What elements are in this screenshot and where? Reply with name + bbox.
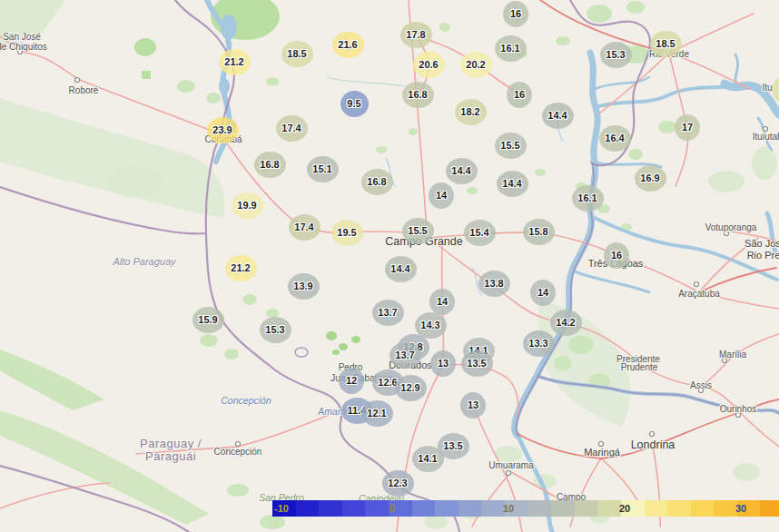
map-label: Rio Pre [747, 250, 779, 261]
map-label: Roboré [69, 85, 99, 95]
temp-marker[interactable]: 15.9 [192, 307, 224, 333]
colorbar-tick: 10 [503, 503, 514, 514]
colorbar-segment [575, 500, 598, 517]
temp-marker[interactable]: 17.4 [276, 115, 308, 142]
temp-marker[interactable]: 13.3 [523, 330, 555, 357]
temp-marker[interactable]: 16.8 [361, 169, 393, 195]
colorbar-segment [760, 500, 779, 517]
map-label: Ituiutaba [753, 132, 779, 142]
temp-marker[interactable]: 12.3 [382, 470, 414, 497]
temp-marker[interactable]: 16.1 [572, 185, 604, 212]
temp-marker[interactable]: 13.8 [478, 271, 510, 297]
map-label: Prudente [621, 362, 658, 372]
temp-marker[interactable]: 16 [604, 242, 629, 269]
colorbar-segment [481, 500, 505, 517]
temp-marker[interactable]: 18.5 [281, 41, 313, 67]
temp-marker[interactable]: 18.2 [455, 99, 487, 125]
temp-marker[interactable]: 14 [429, 182, 454, 209]
colorbar-segment [459, 500, 482, 517]
map-label: Ourinhos [720, 404, 757, 414]
temp-marker[interactable]: 23.9 [207, 117, 239, 143]
colorbar-segment [296, 500, 320, 517]
temp-marker[interactable]: 16.8 [402, 82, 434, 108]
temp-marker[interactable]: 16.9 [635, 165, 666, 192]
temp-marker[interactable]: 17.4 [289, 214, 320, 241]
temp-marker[interactable]: 15.1 [307, 156, 339, 182]
colorbar-tick: 30 [735, 503, 746, 514]
colorbar-tick: 20 [619, 503, 630, 514]
temp-marker[interactable]: 14.4 [542, 103, 574, 129]
map-label: Concepción [221, 395, 271, 406]
map-label: de Chiquitos [0, 42, 47, 52]
map-label: Concepción [214, 447, 262, 457]
map-label: Itu [762, 83, 772, 93]
temp-marker[interactable]: 9.5 [340, 91, 369, 117]
temperature-colorbar [272, 500, 779, 517]
temp-marker[interactable]: 16.1 [495, 35, 527, 62]
temp-marker[interactable]: 12 [339, 368, 364, 394]
temp-marker[interactable]: 15.5 [402, 218, 434, 244]
temp-marker[interactable]: 13.7 [390, 342, 421, 369]
temp-marker[interactable]: 13 [430, 350, 456, 377]
colorbar-segment [528, 500, 552, 517]
temp-marker[interactable]: 13.9 [288, 273, 320, 300]
temp-marker[interactable]: 17 [675, 114, 700, 141]
map-label: São José [744, 238, 779, 249]
temp-marker[interactable]: 21.6 [332, 32, 364, 58]
temp-marker[interactable]: 14.4 [385, 256, 417, 282]
colorbar-segment [365, 500, 389, 517]
temp-marker[interactable]: 21.2 [219, 49, 251, 75]
temp-marker[interactable]: 20.2 [460, 52, 492, 78]
temp-marker[interactable]: 14 [429, 289, 455, 315]
colorbar-segment [319, 500, 342, 517]
temp-marker[interactable]: 16 [507, 82, 532, 108]
temp-marker[interactable]: 16.4 [599, 125, 631, 152]
temp-marker[interactable]: 21.2 [225, 255, 257, 281]
temp-marker[interactable]: 16 [503, 1, 528, 27]
map-label: Votuporanga [705, 222, 757, 232]
map-label: Paraguay / [140, 437, 202, 450]
colorbar-tick: 0 [390, 503, 395, 514]
temp-marker[interactable]: 19.5 [331, 220, 363, 246]
colorbar-tick: -10 [274, 503, 289, 514]
colorbar-segment [645, 500, 668, 517]
colorbar-segment [551, 500, 575, 517]
temp-marker[interactable]: 15.3 [600, 42, 632, 68]
temp-marker[interactable]: 20.6 [413, 52, 445, 78]
temp-marker[interactable]: 14.4 [446, 158, 478, 184]
map-label: Londrina [631, 438, 675, 451]
temp-marker[interactable]: 14.1 [412, 446, 444, 472]
colorbar-segment [691, 500, 715, 517]
map-label: Umuarama [488, 460, 533, 470]
colorbar-segment [597, 500, 621, 517]
colorbar-segment [412, 500, 436, 517]
map-label: Alto Paraguay [113, 256, 175, 267]
temp-marker[interactable]: 14.2 [550, 310, 582, 336]
temp-marker[interactable]: 12.1 [361, 400, 393, 427]
colorbar-segment [435, 500, 459, 517]
temp-marker[interactable]: 14.4 [497, 171, 528, 197]
temp-marker[interactable]: 13 [460, 392, 486, 419]
temp-marker[interactable]: 16.8 [254, 152, 286, 178]
map-label: Marília [719, 350, 746, 360]
temp-marker[interactable]: 19.9 [232, 192, 263, 219]
map-label: Maringá [584, 447, 620, 458]
map-label: Assis [690, 380, 712, 390]
temp-marker[interactable]: 14 [530, 280, 556, 306]
temp-marker[interactable]: 15.3 [260, 317, 291, 343]
colorbar-segment [342, 500, 366, 517]
temp-marker[interactable]: 15.5 [495, 133, 527, 159]
colorbar-segment [667, 500, 691, 517]
map-label: Araçatuba [678, 289, 720, 299]
temp-marker[interactable]: 12.9 [395, 375, 427, 401]
map-canvas[interactable]: San Joséde ChiquitosRoboréCorumbáAlto Pa… [0, 0, 779, 532]
temp-marker[interactable]: 18.5 [650, 31, 682, 57]
map-label: Paraguái [145, 449, 196, 463]
temp-marker[interactable]: 15.8 [523, 219, 555, 245]
temp-marker[interactable]: 13.5 [461, 350, 493, 377]
temp-marker[interactable]: 17.8 [400, 22, 432, 48]
temp-marker[interactable]: 15.4 [464, 220, 496, 246]
temp-marker[interactable]: 13.7 [372, 300, 404, 326]
map-label: San José [3, 32, 41, 42]
colorbar-segment [714, 500, 737, 517]
